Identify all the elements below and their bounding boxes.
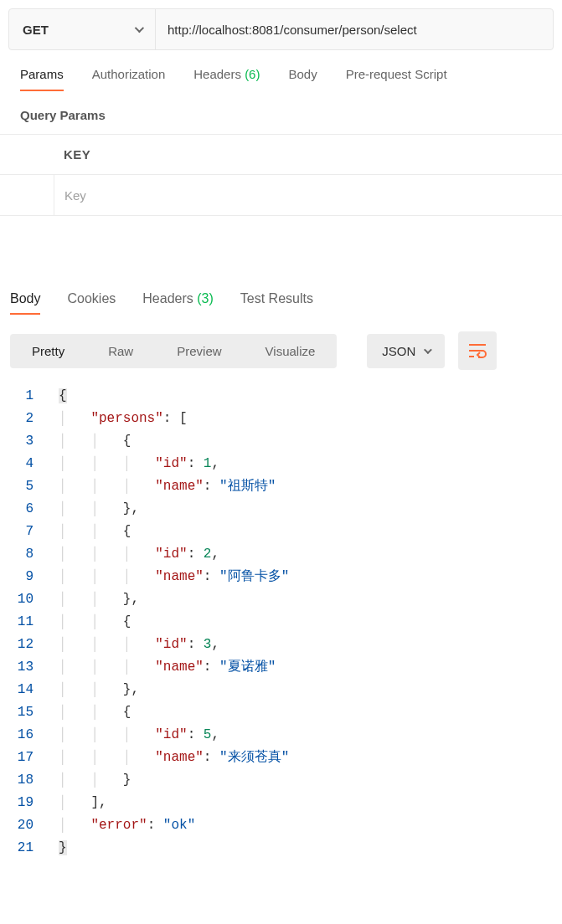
- view-raw-button[interactable]: Raw: [86, 334, 155, 368]
- http-method-selector[interactable]: GET: [9, 9, 156, 49]
- headers-count-badge: (6): [245, 67, 260, 81]
- key-column-header: KEY: [0, 135, 562, 175]
- tab-params[interactable]: Params: [20, 67, 64, 91]
- response-body-code[interactable]: 1{ 2│ "persons": [ 3│ │ { 4│ │ │ "id": 1…: [0, 380, 562, 876]
- tab-headers[interactable]: Headers (6): [193, 67, 260, 91]
- view-visualize-button[interactable]: Visualize: [244, 334, 338, 368]
- resp-headers-label: Headers: [142, 291, 193, 305]
- tab-body[interactable]: Body: [288, 67, 317, 91]
- view-mode-segment: Pretty Raw Preview Visualize: [10, 334, 337, 368]
- resp-tab-cookies[interactable]: Cookies: [67, 291, 116, 315]
- param-key-input[interactable]: [64, 188, 562, 203]
- resp-headers-count-badge: (3): [197, 291, 214, 305]
- language-dropdown[interactable]: JSON: [367, 334, 445, 368]
- language-label: JSON: [382, 344, 415, 358]
- chevron-down-icon: [424, 346, 432, 354]
- resp-tab-headers[interactable]: Headers (3): [142, 291, 214, 315]
- wrap-line-button[interactable]: [458, 331, 497, 370]
- view-bar: Pretty Raw Preview Visualize JSON: [0, 315, 562, 380]
- chevron-down-icon: [135, 23, 144, 33]
- resp-tab-body[interactable]: Body: [10, 291, 40, 315]
- table-row: [54, 175, 562, 215]
- url-input[interactable]: [156, 9, 553, 49]
- tab-headers-label: Headers: [193, 67, 241, 81]
- wrap-icon: [468, 343, 487, 358]
- query-params-table: KEY: [0, 134, 562, 216]
- tab-prerequest-script[interactable]: Pre-request Script: [346, 67, 447, 91]
- view-pretty-button[interactable]: Pretty: [10, 334, 86, 368]
- request-bar: GET: [8, 8, 554, 50]
- response-tabs: Body Cookies Headers (3) Test Results: [0, 291, 562, 315]
- request-tabs: Params Authorization Headers (6) Body Pr…: [0, 67, 562, 91]
- tab-authorization[interactable]: Authorization: [92, 67, 166, 91]
- http-method-label: GET: [23, 23, 49, 37]
- query-params-title: Query Params: [0, 91, 562, 134]
- resp-tab-test-results[interactable]: Test Results: [240, 291, 313, 315]
- view-preview-button[interactable]: Preview: [155, 334, 243, 368]
